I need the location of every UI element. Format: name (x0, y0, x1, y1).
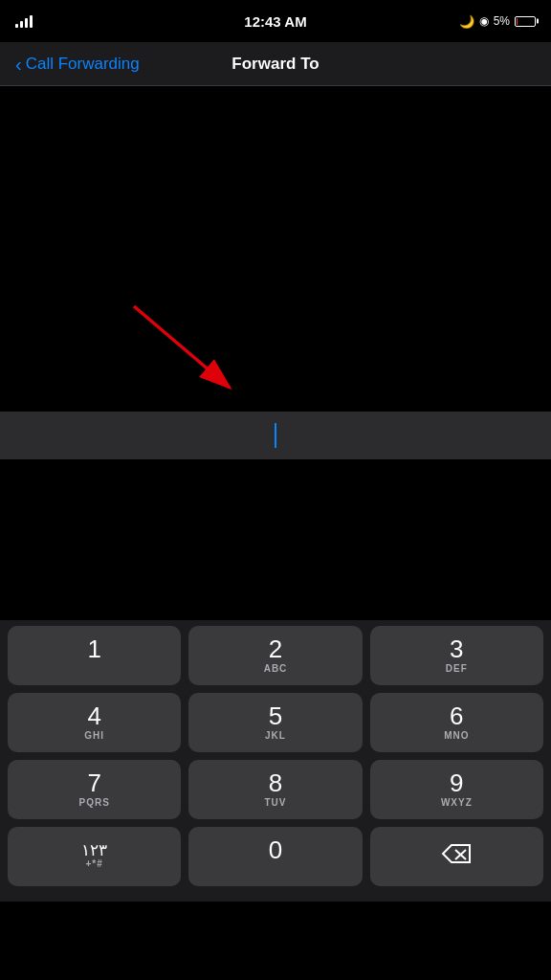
dialpad-row-2: 4 GHI 5 JKL 6 MNO (8, 693, 543, 752)
dial-key-6[interactable]: 6 MNO (370, 693, 543, 752)
upper-content (0, 86, 551, 412)
nav-bar: ‹ Call Forwarding Forward To (0, 42, 551, 86)
status-left (15, 14, 40, 28)
dial-key-backspace[interactable] (370, 827, 543, 886)
clock: 12:43 AM (244, 13, 306, 30)
dialpad-row-1: 1 2 ABC 3 DEF (8, 626, 543, 685)
chevron-left-icon: ‹ (15, 55, 22, 74)
page-title: Forward To (231, 55, 319, 74)
battery-icon (515, 16, 536, 27)
dial-key-9[interactable]: 9 WXYZ (370, 760, 543, 819)
backspace-icon (441, 843, 472, 870)
dial-key-8[interactable]: 8 TUV (188, 760, 362, 819)
battery-percent: 5% (494, 14, 510, 28)
back-button[interactable]: ‹ Call Forwarding (15, 55, 140, 74)
signal-icon (15, 14, 33, 28)
content-area (0, 86, 551, 620)
dial-key-4[interactable]: 4 GHI (8, 693, 181, 752)
text-cursor (275, 423, 276, 448)
dial-key-7[interactable]: 7 PQRS (8, 760, 181, 819)
phone-input-row[interactable] (0, 412, 551, 459)
dialpad-row-4: ١٢٣ +*# 0 (8, 827, 543, 886)
dial-key-1[interactable]: 1 (8, 626, 181, 685)
back-label: Call Forwarding (26, 55, 140, 74)
dial-key-5[interactable]: 5 JKL (188, 693, 362, 752)
arrow-annotation (105, 297, 277, 412)
dial-key-2[interactable]: 2 ABC (188, 626, 362, 685)
dial-key-0[interactable]: 0 (188, 827, 362, 886)
dialpad: 1 2 ABC 3 DEF 4 GHI 5 JKL 6 MNO 7 PQRS (0, 620, 551, 902)
lower-content (0, 459, 551, 620)
moon-icon: 🌙 (459, 14, 474, 29)
status-bar: 12:43 AM 🌙 ◉ 5% (0, 0, 551, 42)
dial-key-special[interactable]: ١٢٣ +*# (8, 827, 181, 886)
dial-key-3[interactable]: 3 DEF (370, 626, 543, 685)
svg-line-1 (134, 306, 230, 388)
dialpad-row-3: 7 PQRS 8 TUV 9 WXYZ (8, 760, 543, 819)
status-right: 🌙 ◉ 5% (459, 14, 536, 29)
screen-record-icon: ◉ (479, 14, 489, 28)
